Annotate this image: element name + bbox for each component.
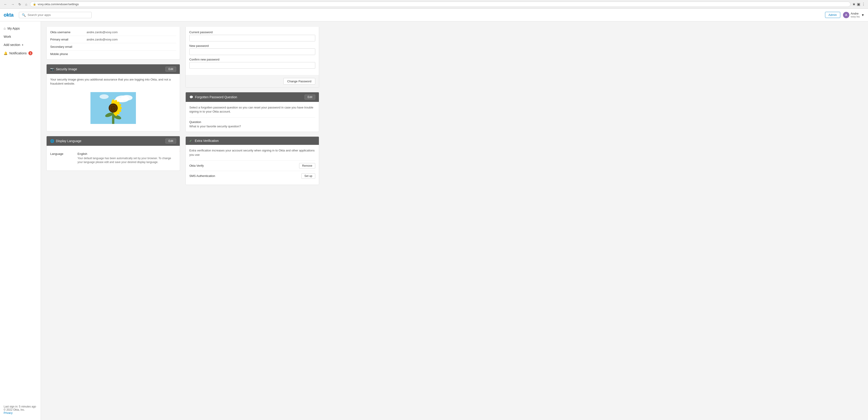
current-password-label: Current password xyxy=(189,30,315,34)
forgotten-password-header: 💬 Forgotten Password Question Edit xyxy=(186,92,319,102)
user-details: Andre voxy Inc xyxy=(851,12,860,18)
security-image-container xyxy=(50,88,176,127)
setup-sms-button[interactable]: Set up xyxy=(301,173,315,179)
security-image-edit-button[interactable]: Edit xyxy=(165,67,176,72)
left-column: Okta username andre.zardo@voxy.com Prima… xyxy=(46,27,180,185)
add-section-label: Add section xyxy=(4,43,20,47)
display-language-edit-button[interactable]: Edit xyxy=(165,139,176,144)
avatar: A xyxy=(843,12,849,18)
mobile-phone-row: Mobile phone xyxy=(50,51,176,58)
confirm-password-field: Confirm new password xyxy=(189,58,315,69)
home-icon: ⌂ xyxy=(4,26,6,30)
sidebar-footer: Last sign in: 5 minutes ago © 2022 Okta,… xyxy=(0,402,41,417)
sidebar: ⌂ My Apps Work Add section + 🔔 Notificat… xyxy=(0,21,41,420)
remove-okta-verify-button[interactable]: Remove xyxy=(299,163,315,169)
question-value: What is your favorite security question? xyxy=(189,125,315,128)
secondary-email-row: Secondary email xyxy=(50,43,176,51)
language-name: English xyxy=(78,152,176,155)
notifications-label: Notifications xyxy=(9,51,27,55)
extra-verification-body: Extra verification increases your accoun… xyxy=(186,145,319,184)
language-value-container: English Your default language has been a… xyxy=(78,152,176,164)
okta-username-row: Okta username andre.zardo@voxy.com xyxy=(50,29,176,36)
address-bar[interactable]: 🔒 voxy.okta.com/enduser/settings xyxy=(30,2,850,7)
user-info[interactable]: A Andre voxy Inc ▼ xyxy=(843,12,864,18)
security-image-header: 📷 Security Image Edit xyxy=(46,64,180,74)
svg-point-19 xyxy=(113,106,114,107)
primary-email-value: andre.zardo@voxy.com xyxy=(87,38,118,41)
sidebar-item-work[interactable]: Work xyxy=(0,32,41,41)
app-wrapper: okta 🔍 Admin A Andre voxy Inc ▼ ⌂ My App… xyxy=(0,9,868,420)
security-image-card: 📷 Security Image Edit Your security imag… xyxy=(46,64,180,131)
secondary-email-label: Secondary email xyxy=(50,45,87,49)
primary-email-row: Primary email andre.zardo@voxy.com xyxy=(50,36,176,43)
forgotten-password-title: 💬 Forgotten Password Question xyxy=(189,95,237,99)
logo-text: okta xyxy=(4,12,13,18)
svg-point-20 xyxy=(114,107,115,107)
question-row: Question What is your favorite security … xyxy=(189,117,315,128)
okta-logo: okta xyxy=(4,12,13,18)
display-language-header: 🌐 Display Language Edit xyxy=(46,136,180,146)
password-form: Current password New password Confirm ne… xyxy=(186,27,319,75)
sidebar-item-my-apps[interactable]: ⌂ My Apps xyxy=(0,24,41,32)
display-language-title: 🌐 Display Language xyxy=(50,139,81,143)
browser-actions: ★ ▣ ⋮ xyxy=(852,2,865,6)
change-password-footer: Change Password xyxy=(186,75,319,87)
sms-auth-label: SMS Authentication xyxy=(189,174,215,178)
forward-button[interactable]: → xyxy=(10,2,16,7)
confirm-password-input[interactable] xyxy=(189,62,315,69)
okta-verify-label: Okta Verify xyxy=(189,164,204,168)
admin-button[interactable]: Admin xyxy=(825,12,840,18)
svg-point-22 xyxy=(114,109,115,110)
display-language-card: 🌐 Display Language Edit Language English… xyxy=(46,136,180,171)
content-grid: Okta username andre.zardo@voxy.com Prima… xyxy=(46,27,319,185)
new-password-input[interactable] xyxy=(189,49,315,55)
home-button[interactable]: ⌂ xyxy=(24,2,28,7)
svg-point-21 xyxy=(115,108,116,109)
notification-badge: 1 xyxy=(28,51,32,55)
sidebar-notifications[interactable]: 🔔 Notifications 1 xyxy=(0,49,41,58)
language-description: Your default language has been automatic… xyxy=(78,156,176,164)
chevron-down-icon: ▼ xyxy=(861,13,864,17)
new-password-label: New password xyxy=(189,44,315,48)
extensions-icon[interactable]: ▣ xyxy=(857,2,860,6)
security-image-title: 📷 Security Image xyxy=(50,67,77,71)
display-language-body: Language English Your default language h… xyxy=(46,146,180,171)
search-bar[interactable]: 🔍 xyxy=(19,12,92,18)
svg-point-23 xyxy=(113,110,114,111)
svg-point-24 xyxy=(112,109,112,110)
password-card: Current password New password Confirm ne… xyxy=(185,27,319,88)
image-icon: 📷 xyxy=(50,67,54,71)
language-row: Language English Your default language h… xyxy=(50,149,176,167)
confirm-password-label: Confirm new password xyxy=(189,58,315,61)
my-apps-label: My Apps xyxy=(7,27,20,30)
bookmark-icon[interactable]: ★ xyxy=(852,2,856,6)
current-password-input[interactable] xyxy=(189,35,315,41)
mobile-phone-label: Mobile phone xyxy=(50,52,87,56)
user-company: voxy Inc xyxy=(851,15,860,18)
copyright: © 2022 Okta, Inc. xyxy=(4,408,37,411)
svg-point-18 xyxy=(112,107,112,107)
extra-verification-header: ✓ Extra Verification xyxy=(186,137,319,145)
change-password-button[interactable]: Change Password xyxy=(283,78,315,85)
nav-right: Admin A Andre voxy Inc ▼ xyxy=(825,12,864,18)
privacy-link[interactable]: Privacy xyxy=(4,411,12,415)
svg-point-4 xyxy=(99,94,108,99)
last-sign-in: Last sign in: 5 minutes ago xyxy=(4,405,37,408)
body-layout: ⌂ My Apps Work Add section + 🔔 Notificat… xyxy=(0,21,868,420)
search-input[interactable] xyxy=(28,13,89,17)
new-password-field: New password xyxy=(189,44,315,55)
security-image-description: Your security image gives you additional… xyxy=(50,78,176,86)
back-button[interactable]: ← xyxy=(3,2,8,7)
add-section[interactable]: Add section + xyxy=(0,41,41,49)
language-label: Language xyxy=(50,152,78,155)
reload-button[interactable]: ↻ xyxy=(17,2,22,7)
extra-verification-card: ✓ Extra Verification Extra verification … xyxy=(185,137,319,185)
sms-auth-item: SMS Authentication Set up xyxy=(189,171,315,181)
sunflower-image xyxy=(90,92,136,124)
url-text: voxy.okta.com/enduser/settings xyxy=(37,2,79,6)
right-column: Current password New password Confirm ne… xyxy=(185,27,319,185)
menu-icon[interactable]: ⋮ xyxy=(862,2,865,6)
personal-info-card: Okta username andre.zardo@voxy.com Prima… xyxy=(46,27,180,60)
top-nav: okta 🔍 Admin A Andre voxy Inc ▼ xyxy=(0,9,868,21)
forgotten-password-edit-button[interactable]: Edit xyxy=(305,95,315,99)
